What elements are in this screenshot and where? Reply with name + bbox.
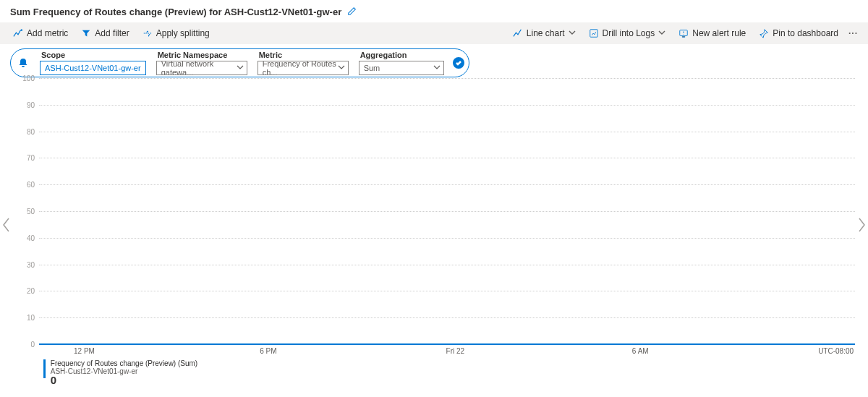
edit-title-icon[interactable] [347, 6, 357, 18]
chart-toolbar: Add metric Add filter Apply splitting Li… [0, 22, 868, 44]
scope-label: Scope [41, 51, 146, 59]
metric-namespace-value: Virtual network gatewa... [161, 61, 237, 75]
apply-config-button[interactable] [453, 57, 464, 69]
grid-line [39, 158, 855, 158]
apply-splitting-button[interactable]: Apply splitting [137, 25, 216, 41]
chevron-down-icon [237, 64, 244, 72]
grid-line [39, 132, 855, 132]
y-tick-label: 40 [27, 234, 35, 242]
metric-config-row: Scope ASH-Cust12-VNet01-gw-er Metric Nam… [10, 48, 868, 77]
series-line [39, 343, 855, 345]
legend-series-name: Frequency of Routes change (Preview) (Su… [51, 359, 197, 367]
y-tick-label: 30 [27, 260, 35, 268]
x-tick-label: 6 AM [632, 347, 818, 355]
grid-line [39, 238, 855, 239]
add-metric-label: Add metric [27, 28, 68, 38]
y-tick-label: 0 [30, 341, 35, 349]
x-axis: 12 PM6 PMFri 226 AMUTC-08:00 [39, 347, 855, 355]
plot-area[interactable]: 0102030405060708090100 [39, 78, 855, 344]
grid-line [39, 184, 855, 185]
y-tick-label: 90 [27, 101, 35, 108]
aggregation-select[interactable]: Sum [359, 61, 444, 75]
chevron-down-icon [433, 64, 441, 72]
apply-splitting-label: Apply splitting [156, 28, 210, 38]
svg-rect-0 [590, 30, 597, 38]
y-tick-label: 20 [27, 287, 35, 295]
metric-namespace-select[interactable]: Virtual network gatewa... [156, 61, 247, 75]
timezone-label: UTC-08:00 [818, 347, 855, 355]
grid-line [39, 78, 855, 79]
page-title: Sum Frequency of Routes change (Preview)… [10, 7, 341, 17]
x-tick-label: 6 PM [260, 347, 446, 355]
metric-namespace-label: Metric Namespace [158, 51, 247, 59]
grid-line [39, 291, 855, 291]
grid-line [39, 211, 855, 212]
chart-legend: Frequency of Routes change (Preview) (Su… [43, 359, 855, 384]
chevron-down-icon [338, 64, 345, 72]
drill-logs-label: Drill into Logs [603, 28, 655, 38]
chart-area: 0102030405060708090100 12 PM6 PMFri 226 … [22, 78, 855, 384]
y-tick-label: 70 [27, 154, 35, 162]
legend-series-value: 0 [51, 376, 197, 384]
add-filter-label: Add filter [95, 28, 129, 38]
more-actions-button[interactable]: ··· [846, 28, 861, 38]
chevron-down-icon [658, 28, 665, 38]
pin-to-dashboard-button[interactable]: Pin to dashboard [753, 25, 844, 41]
chevron-down-icon [569, 28, 576, 38]
metric-select[interactable]: Frequency of Routes ch... [258, 61, 349, 75]
resource-bell-icon [17, 56, 30, 69]
y-tick-label: 50 [27, 208, 35, 215]
grid-line [39, 317, 855, 318]
legend-series-resource: ASH-Cust12-VNet01-gw-er [51, 367, 197, 375]
legend-color-swatch [43, 359, 46, 378]
metric-label: Metric [259, 51, 349, 59]
y-tick-label: 60 [27, 181, 35, 189]
scope-resource-button[interactable]: ASH-Cust12-VNet01-gw-er [40, 61, 146, 75]
chart-type-dropdown[interactable]: Line chart [507, 25, 582, 41]
pin-label: Pin to dashboard [773, 28, 838, 38]
add-metric-button[interactable]: Add metric [7, 25, 74, 41]
grid-line [39, 265, 855, 265]
metric-config-pill: Scope ASH-Cust12-VNet01-gw-er Metric Nam… [10, 48, 469, 77]
aggregation-label: Aggregation [360, 51, 444, 59]
add-filter-button[interactable]: Add filter [75, 25, 135, 41]
title-row: Sum Frequency of Routes change (Preview)… [0, 0, 868, 22]
chart-type-label: Line chart [527, 28, 565, 38]
drill-into-logs-button[interactable]: Drill into Logs [583, 25, 672, 41]
aggregation-value: Sum [364, 64, 380, 72]
new-alert-rule-button[interactable]: New alert rule [673, 25, 752, 41]
y-tick-label: 10 [27, 314, 35, 322]
time-range-prev-button[interactable] [1, 217, 12, 235]
grid-line [39, 105, 855, 106]
y-tick-label: 80 [27, 127, 35, 135]
x-tick-label: 12 PM [39, 347, 260, 355]
new-alert-label: New alert rule [692, 28, 746, 38]
metric-value: Frequency of Routes ch... [263, 61, 338, 75]
time-range-next-button[interactable] [856, 217, 867, 235]
x-tick-label: Fri 22 [446, 347, 632, 355]
y-tick-label: 100 [22, 74, 35, 82]
